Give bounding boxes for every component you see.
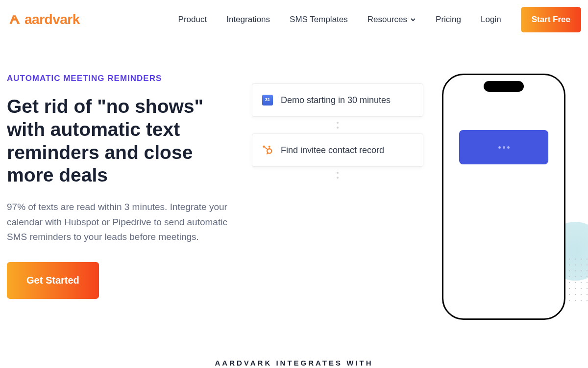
calendar-icon (262, 95, 273, 105)
connector-dots (337, 117, 339, 133)
hero-body: 97% of texts are read within 3 minutes. … (7, 200, 242, 244)
hubspot-icon (262, 145, 273, 156)
nav-integrations[interactable]: Integrations (226, 15, 270, 25)
get-started-button[interactable]: Get Started (7, 262, 99, 299)
chevron-down-icon (410, 17, 416, 23)
brand-name: aardvark (24, 12, 80, 27)
nav-sms-templates[interactable]: SMS Templates (290, 15, 348, 25)
integrates-with-label: AARDVARK INTEGRATES WITH (0, 359, 588, 367)
dot-icon (337, 127, 339, 129)
nav-resources[interactable]: Resources (368, 15, 416, 25)
nav-login[interactable]: Login (481, 15, 501, 25)
main-nav: Product Integrations SMS Templates Resou… (178, 7, 581, 32)
svg-point-0 (263, 145, 265, 148)
phone-frame (442, 74, 565, 320)
connector-dots (337, 167, 339, 184)
phone-notch (484, 81, 524, 92)
nav-pricing[interactable]: Pricing (436, 15, 461, 25)
workflow-step-label: Find invitee contact record (281, 145, 384, 156)
aardvark-icon (8, 13, 22, 26)
hero-copy: AUTOMATIC MEETING REMINDERS Get rid of "… (7, 74, 242, 320)
start-free-button[interactable]: Start Free (521, 7, 581, 32)
nav-product[interactable]: Product (178, 15, 207, 25)
hero-section: AUTOMATIC MEETING REMINDERS Get rid of "… (0, 39, 588, 320)
svg-line-3 (265, 148, 268, 150)
sms-bubble (459, 130, 548, 164)
hero-headline: Get rid of "no shows" with automatic tex… (7, 95, 242, 187)
header: aardvark Product Integrations SMS Templa… (0, 0, 588, 39)
workflow-step-label: Demo starting in 30 minutes (281, 95, 391, 105)
phone-illustration-wrap (433, 74, 585, 320)
workflow-step-contact: Find invitee contact record (252, 133, 423, 167)
svg-point-2 (269, 146, 270, 148)
hero-eyebrow: AUTOMATIC MEETING REMINDERS (7, 74, 242, 83)
dot-icon (337, 122, 339, 124)
workflow-steps: Demo starting in 30 minutes Find invitee… (252, 74, 423, 320)
workflow-step-demo: Demo starting in 30 minutes (252, 83, 423, 117)
typing-indicator-icon (498, 146, 510, 149)
nav-resources-label: Resources (368, 15, 407, 25)
svg-line-5 (267, 153, 268, 155)
dot-icon (337, 177, 339, 179)
dot-icon (337, 172, 339, 174)
brand-logo[interactable]: aardvark (8, 12, 80, 27)
